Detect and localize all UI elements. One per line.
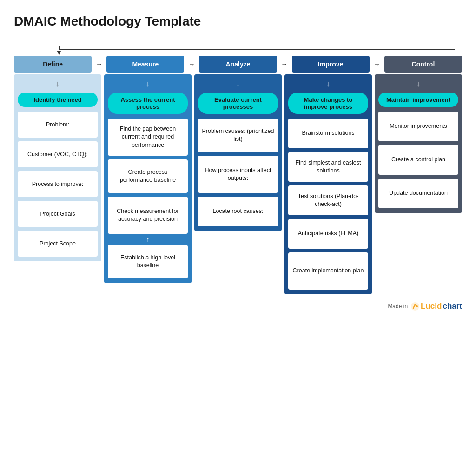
- control-down-arrow: ↓: [416, 79, 421, 89]
- column-define: ↓ Identify the need Problem: Customer (V…: [14, 74, 101, 261]
- measure-card-3: Check measurement for accuracy and preci…: [108, 197, 188, 234]
- define-card-5: Project Scope: [18, 231, 98, 257]
- control-sub-header: Maintain improvement: [378, 93, 458, 107]
- measure-up-arrow: ↑: [146, 236, 150, 243]
- logo-lucid: Lucid: [421, 302, 442, 311]
- analyze-card-3: Locate root causes:: [198, 197, 278, 226]
- column-improve: ↓ Make changes to improve process Brains…: [284, 74, 372, 294]
- control-card-2: Create a control plan: [378, 145, 458, 175]
- improve-card-4: Anticipate risks (FEMA): [288, 219, 368, 249]
- define-card-2: Customer (VOC, CTQ):: [18, 141, 98, 167]
- phase-header-analyze: Analyze: [199, 56, 277, 73]
- measure-card-1: Find the gap between current and require…: [108, 119, 188, 156]
- control-card-1: Monitor improvements: [378, 112, 458, 141]
- logo-chart: chart: [443, 302, 462, 311]
- arrow-analyze-improve: →: [280, 56, 289, 73]
- arrow-improve-control: →: [372, 56, 382, 73]
- svg-point-0: [411, 302, 419, 311]
- improve-card-5: Create implementation plan: [288, 252, 368, 290]
- column-analyze: ↓ Evaluate current processes Problem cau…: [194, 74, 282, 231]
- phase-header-control: Control: [384, 56, 462, 73]
- measure-down-arrow: ↓: [146, 79, 150, 89]
- measure-card-2: Create process performance baseline: [108, 159, 188, 193]
- arrow-measure-analyze: →: [187, 56, 196, 73]
- measure-card-4: Establish a high-level baseline: [108, 245, 188, 278]
- measure-sub-header: Assess the current process: [108, 93, 188, 114]
- analyze-sub-header: Evaluate current processes: [198, 93, 278, 114]
- analyze-down-arrow: ↓: [236, 79, 240, 89]
- define-card-4: Project Goals: [18, 201, 98, 227]
- page-title: DMAIC Methodology Template: [14, 14, 462, 29]
- column-measure: ↓ Assess the current process Find the ga…: [104, 74, 192, 283]
- improve-card-2: Find simplest and easiest solutions: [288, 152, 368, 182]
- column-control: ↓ Maintain improvement Monitor improveme…: [375, 74, 462, 213]
- watermark-made-in: Made in: [388, 303, 408, 310]
- analyze-card-1: Problem causes: (prioritized list): [198, 119, 278, 152]
- define-card-1: Problem:: [18, 112, 98, 138]
- define-sub-header: Identify the need: [18, 93, 98, 107]
- control-card-3: Update documentation: [378, 178, 458, 208]
- arrow-define-measure: →: [94, 56, 104, 73]
- diagram-wrapper: ▼ Define → Measure → Analyze → Improve →…: [14, 43, 462, 330]
- improve-card-3: Test solutions (Plan-do-check-act): [288, 185, 368, 215]
- analyze-card-2: How process inputs affect outputs:: [198, 156, 278, 193]
- improve-sub-header: Make changes to improve process: [288, 93, 368, 114]
- phase-header-measure: Measure: [106, 56, 184, 73]
- define-down-arrow: ↓: [56, 79, 60, 89]
- phase-header-define: Define: [14, 56, 92, 73]
- lucidchart-logo: Lucidchart: [410, 302, 462, 311]
- phase-header-improve: Improve: [292, 56, 370, 73]
- define-card-3: Process to improve:: [18, 171, 98, 197]
- lucidchart-icon: [410, 302, 420, 311]
- improve-card-1: Brainstorm solutions: [288, 119, 368, 148]
- improve-down-arrow: ↓: [326, 79, 331, 89]
- svg-point-1: [416, 305, 418, 307]
